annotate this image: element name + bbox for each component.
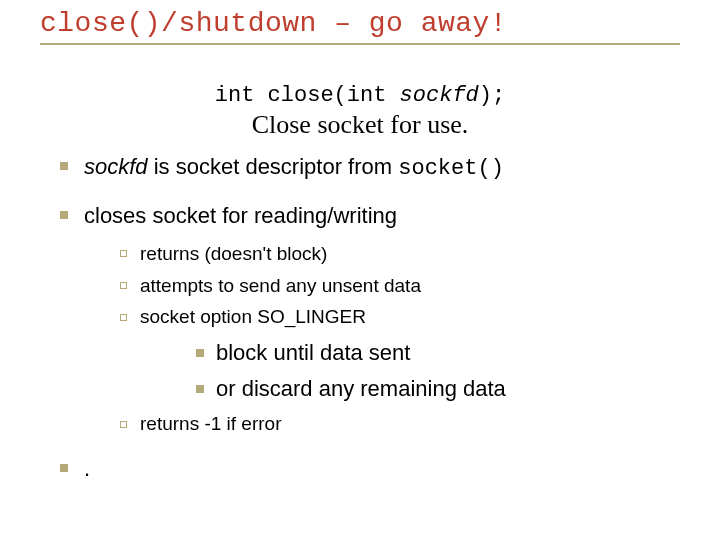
bullet1-arg: sockfd [84, 154, 148, 179]
subheading: Close socket for use. [50, 110, 670, 140]
bullet1-mono: socket() [398, 156, 504, 181]
slide: close()/shutdown – go away! int close(in… [0, 8, 720, 540]
sub-text: returns -1 if error [140, 413, 281, 434]
sub-text: socket option SO_LINGER [140, 306, 366, 327]
code-prefix: int close(int [215, 83, 400, 108]
sub-text: attempts to send any unsent data [140, 275, 421, 296]
sub-sub-text: or discard any remaining data [216, 376, 506, 401]
sub-text: returns (doesn't block) [140, 243, 327, 264]
code-arg: sockfd [400, 83, 479, 108]
bullet2-text: closes socket for reading/writing [84, 203, 397, 228]
bullet-list-level1: sockfd is socket descriptor from socket(… [54, 150, 670, 485]
sub-sub-text: block until data sent [216, 340, 410, 365]
list-item: returns -1 if error [116, 410, 670, 438]
list-item: or discard any remaining data [192, 373, 670, 405]
title-container: close()/shutdown – go away! [40, 8, 680, 45]
bullet1-mid: is socket descriptor from [148, 154, 399, 179]
code-signature: int close(int sockfd); [50, 83, 670, 108]
slide-body: int close(int sockfd); Close socket for … [50, 83, 670, 485]
slide-title: close()/shutdown – go away! [40, 8, 680, 39]
bullet-list-level2: returns (doesn't block) attempts to send… [116, 240, 670, 438]
list-item: sockfd is socket descriptor from socket(… [54, 150, 670, 185]
bullet-list-level3: block until data sent or discard any rem… [192, 337, 670, 405]
list-item: . [54, 452, 670, 485]
list-item: block until data sent [192, 337, 670, 369]
list-item: attempts to send any unsent data [116, 272, 670, 300]
bullet3-text: . [84, 456, 90, 481]
list-item: socket option SO_LINGER block until data… [116, 303, 670, 404]
list-item: closes socket for reading/writing return… [54, 199, 670, 438]
code-suffix: ); [479, 83, 505, 108]
list-item: returns (doesn't block) [116, 240, 670, 268]
